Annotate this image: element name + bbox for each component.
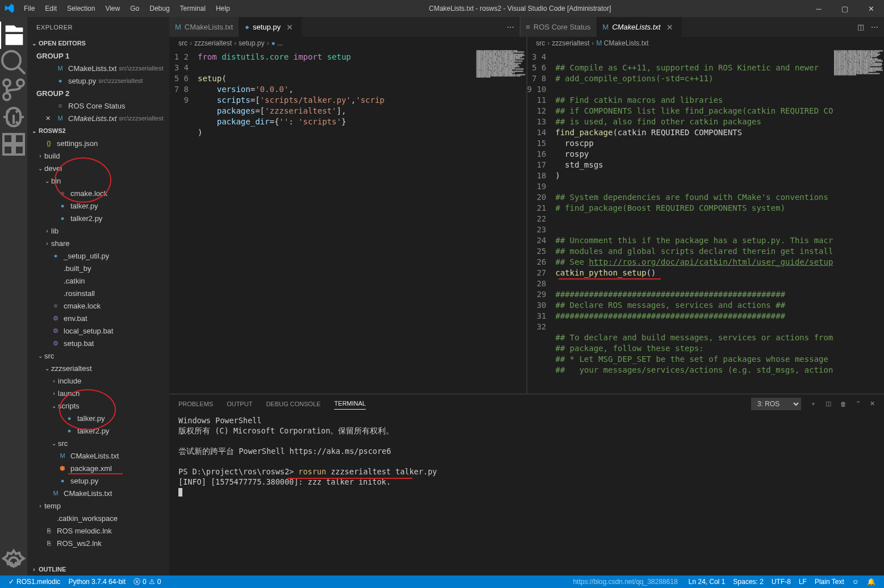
close-button[interactable]: ✕ (858, 0, 884, 17)
status-problems[interactable]: ⓧ 0 ⚠ 0 (130, 577, 165, 587)
folder-scripts[interactable]: ⌄scripts (27, 399, 169, 412)
close-panel-icon[interactable]: ✕ (870, 400, 875, 407)
breadcrumb-item[interactable]: setup.py (239, 39, 264, 47)
breadcrumb-item[interactable]: ● ... (271, 39, 283, 47)
split-terminal-icon[interactable]: ◫ (825, 400, 831, 407)
file-talker2.py[interactable]: ●talker2.py (27, 212, 169, 224)
open-editor-item[interactable]: MCMakeLists.txtsrc\zzzserialtest (27, 62, 169, 74)
file-ros_ws2.lnk[interactable]: ⎘ROS_ws2.lnk (27, 537, 169, 549)
menu-selection[interactable]: Selection (62, 2, 99, 15)
panel-tab-problems[interactable]: PROBLEMS (178, 398, 213, 410)
file-.built_by[interactable]: .built_by (27, 262, 169, 274)
menu-terminal[interactable]: Terminal (176, 2, 210, 15)
menu-help[interactable]: Help (211, 2, 235, 15)
file-.catkin_workspace[interactable]: .catkin_workspace (27, 512, 169, 524)
breadcrumb-item[interactable]: zzzserialtest (552, 39, 590, 47)
file-talker.py[interactable]: ●talker.py (27, 412, 169, 424)
file-ros melodic.lnk[interactable]: ⎘ROS melodic.lnk (27, 524, 169, 537)
status-feedback[interactable]: ☺ (848, 578, 863, 586)
folder-include[interactable]: ›include (27, 374, 169, 387)
editor-right[interactable]: 3 4 5 6 7 8 9 10 11 12 13 14 15 16 17 18… (527, 49, 885, 394)
folder-zzzserialtest[interactable]: ⌄zzzserialtest (27, 362, 169, 374)
explorer-icon[interactable] (0, 22, 27, 49)
menu-debug[interactable]: Debug (145, 2, 174, 15)
status-eol[interactable]: LF (795, 578, 811, 586)
file-settings.json[interactable]: {}settings.json (27, 137, 169, 149)
menu-edit[interactable]: Edit (40, 2, 61, 15)
status-cursor[interactable]: Ln 24, Col 1 (685, 578, 729, 586)
folder-temp[interactable]: ›temp (27, 499, 169, 512)
terminal[interactable]: Windows PowerShell 版权所有 (C) Microsoft Co… (169, 413, 884, 576)
maximize-button[interactable]: ▢ (832, 0, 858, 17)
status-notifications[interactable]: 🔔 (863, 578, 879, 586)
file-cmakelists.txt[interactable]: MCMakeLists.txt (27, 487, 169, 499)
split-icon[interactable]: ◫ (857, 23, 864, 31)
file-.catkin[interactable]: .catkin (27, 274, 169, 287)
minimap[interactable]: ██████ ████ ██████████████ █████████████… (833, 49, 884, 394)
file-talker2.py[interactable]: ●talker2.py (27, 424, 169, 437)
folder-src[interactable]: ⌄src (27, 349, 169, 362)
status-indent[interactable]: Spaces: 2 (729, 578, 768, 586)
breadcrumb-item[interactable]: src (536, 39, 545, 47)
search-icon[interactable] (0, 49, 27, 76)
panel-tab-debug-console[interactable]: DEBUG CONSOLE (266, 398, 320, 410)
outline-header[interactable]: ›OUTLINE (27, 563, 169, 576)
panel-tab-terminal[interactable]: TERMINAL (334, 398, 366, 410)
status-language[interactable]: Plain Text (811, 578, 848, 586)
file-package.xml[interactable]: ⬢package.xml (27, 462, 169, 474)
file-setup.bat[interactable]: ⚙setup.bat (27, 337, 169, 349)
close-icon[interactable]: ✕ (284, 23, 295, 32)
tab-cmakelists-txt[interactable]: MCMakeLists.txt✕ (597, 17, 682, 37)
maximize-panel-icon[interactable]: ⌃ (856, 400, 861, 407)
folder-bin[interactable]: ⌄bin (27, 174, 169, 187)
open-editor-item[interactable]: ✕MCMakeLists.txtsrc\zzzserialtest (27, 112, 169, 124)
breadcrumbs-right[interactable]: src›zzzserialtest›M CMakeLists.txt (527, 37, 885, 49)
file-setup.py[interactable]: ●setup.py (27, 474, 169, 487)
minimize-button[interactable]: ─ (806, 0, 832, 17)
debug-icon[interactable] (0, 103, 27, 131)
close-icon[interactable]: ✕ (664, 23, 675, 32)
workspace-header[interactable]: ⌄ROSWS2 (27, 124, 169, 137)
extensions-icon[interactable] (0, 131, 27, 158)
kill-terminal-icon[interactable]: 🗑 (840, 401, 847, 407)
status-python[interactable]: Python 3.7.4 64-bit (64, 578, 130, 586)
breadcrumb-item[interactable]: M CMakeLists.txt (597, 39, 649, 47)
file-cmake.lock[interactable]: ≡cmake.lock (27, 187, 169, 199)
menu-view[interactable]: View (101, 2, 124, 15)
source-control-icon[interactable] (0, 76, 27, 103)
folder-share[interactable]: ›share (27, 237, 169, 249)
folder-build[interactable]: ›build (27, 149, 169, 162)
file-talker.py[interactable]: ●talker.py (27, 199, 169, 212)
file-cmake.lock[interactable]: ≡cmake.lock (27, 299, 169, 312)
folder-launch[interactable]: ›launch (27, 387, 169, 399)
open-editor-item[interactable]: ●setup.pysrc\zzzserialtest (27, 74, 169, 87)
status-encoding[interactable]: UTF-8 (768, 578, 795, 586)
file-_setup_util.py[interactable]: ●_setup_util.py (27, 249, 169, 262)
new-terminal-icon[interactable]: ＋ (810, 399, 816, 408)
menu-file[interactable]: File (19, 2, 39, 15)
folder-lib[interactable]: ›lib (27, 224, 169, 237)
breadcrumb-item[interactable]: src (178, 39, 187, 47)
panel-tab-output[interactable]: OUTPUT (227, 398, 252, 410)
open-editor-item[interactable]: ≡ROS Core Status (27, 99, 169, 112)
tab-ros-core-status[interactable]: ≡ROS Core Status (520, 17, 597, 37)
status-ros[interactable]: ✓ ROS1.melodic (5, 578, 64, 586)
more-icon[interactable]: ⋯ (871, 23, 878, 31)
editor-left[interactable]: 1 2 3 4 5 6 7 8 9 from distutils.core im… (169, 49, 527, 394)
menu-go[interactable]: Go (126, 2, 144, 15)
open-editors-header[interactable]: ⌄OPEN EDITORS (27, 37, 169, 49)
close-icon[interactable]: ✕ (43, 114, 52, 123)
settings-icon[interactable] (0, 548, 27, 576)
minimap[interactable]: █████████████ ████████████████ █████████… (476, 49, 527, 394)
folder-src[interactable]: ⌄src (27, 437, 169, 449)
file-.rosinstall[interactable]: .rosinstall (27, 287, 169, 299)
tab-cmakelists-txt[interactable]: MCMakeLists.txt (169, 17, 239, 37)
file-local_setup.bat[interactable]: ⚙local_setup.bat (27, 324, 169, 337)
more-icon[interactable]: ⋯ (507, 23, 514, 31)
terminal-select[interactable]: 3: ROS (751, 398, 801, 410)
breadcrumbs-left[interactable]: src›zzzserialtest›setup.py›● ... (169, 37, 527, 49)
folder-devel[interactable]: ⌄devel (27, 162, 169, 174)
tab-setup-py[interactable]: ●setup.py✕ (239, 17, 302, 37)
file-env.bat[interactable]: ⚙env.bat (27, 312, 169, 324)
breadcrumb-item[interactable]: zzzserialtest (194, 39, 232, 47)
